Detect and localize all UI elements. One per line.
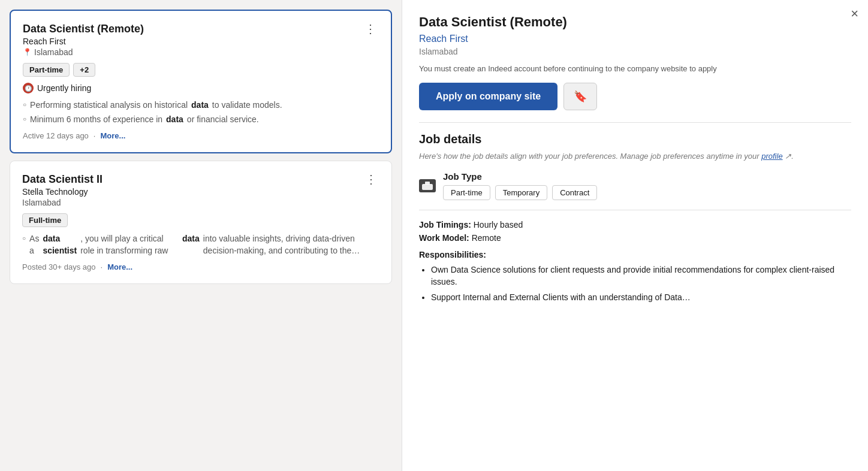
card-2-footer-time: Posted 30+ days ago: [22, 262, 96, 271]
card-2-tags: Full-time: [22, 213, 379, 227]
save-button[interactable]: 🔖: [563, 83, 597, 110]
work-model-row: Work Model: Remote: [419, 233, 851, 243]
divider-2: [419, 210, 851, 210]
card-2-bullet-1: As a data scientist, you will play a cri…: [22, 233, 379, 256]
responsibilities-list: Own Data Science solutions for client re…: [419, 264, 851, 303]
apply-row: Apply on company site 🔖: [419, 83, 851, 110]
responsibilities-title: Responsibilities:: [419, 250, 851, 259]
job-timings-label: Job Timings:: [419, 220, 471, 230]
card-1-bullet-1: Performing statistical analysis on histo…: [23, 99, 379, 111]
card-1-title-block: Data Scientist (Remote) Reach First 📍 Is…: [23, 23, 144, 63]
location-pin-icon: 📍: [23, 48, 32, 56]
card-1-header: Data Scientist (Remote) Reach First 📍 Is…: [23, 23, 379, 63]
job-type-label: Job Type: [443, 171, 597, 182]
card-2-footer-dot: ·: [101, 262, 103, 271]
card-1-company: Reach First: [23, 37, 144, 46]
subtitle-external-icon: ↗: [785, 152, 791, 161]
card-2-menu-btn[interactable]: ⋮: [363, 173, 379, 185]
job-type-icon: [419, 179, 436, 192]
detail-job-title: Data Scientist (Remote): [419, 14, 851, 30]
card-1-tags: Part-time +2: [23, 63, 379, 77]
card-1-bullets: Performing statistical analysis on histo…: [23, 99, 379, 125]
card-2-header: Data Scientist II Stella Technology Isla…: [22, 173, 379, 213]
card-1-job-title: Data Scientist (Remote): [23, 23, 144, 35]
card-2-tag-fulltime: Full-time: [22, 213, 68, 227]
job-type-row: Job Type Part-time Temporary Contract: [419, 171, 851, 200]
card-2-location: Islamabad: [22, 198, 61, 207]
divider-1: [419, 122, 851, 123]
close-button[interactable]: ×: [851, 7, 858, 20]
card-2-company: Stella Technology: [22, 187, 103, 197]
work-model-label: Work Model:: [419, 233, 469, 243]
resp-item-2: Support Internal and External Clients wi…: [431, 292, 851, 304]
card-1-tag-plus2: +2: [73, 63, 95, 77]
card-2-more-link[interactable]: More...: [107, 262, 132, 271]
card-2-location-row: Islamabad: [22, 198, 103, 207]
apply-button[interactable]: Apply on company site: [419, 83, 557, 110]
job-details-section-title: Job details: [419, 132, 851, 146]
warning-text: You must create an Indeed account before…: [419, 64, 851, 74]
card-1-footer-dot: ·: [94, 131, 96, 140]
card-1-urgent-label: Urgently hiring: [37, 83, 91, 93]
card-1-urgent-row: 🕐 Urgently hiring: [23, 83, 379, 93]
subtitle-text: Here's how the job details align with yo…: [419, 152, 760, 161]
detail-company-link[interactable]: Reach First: [419, 34, 851, 44]
job-detail-panel: × Data Scientist (Remote) Reach First Is…: [402, 0, 868, 471]
job-details-subtitle: Here's how the job details align with yo…: [419, 151, 851, 162]
job-list-panel: Data Scientist (Remote) Reach First 📍 Is…: [0, 0, 402, 471]
card-1-location-row: 📍 Islamabad: [23, 47, 144, 57]
job-type-tag-contract: Contract: [552, 185, 597, 200]
card-2-job-title: Data Scientist II: [22, 173, 103, 186]
card-1-footer-time: Active 12 days ago: [23, 131, 89, 140]
card-2-bullets: As a data scientist, you will play a cri…: [22, 233, 379, 256]
resp-item-1: Own Data Science solutions for client re…: [431, 264, 851, 288]
card-1-more-link[interactable]: More...: [100, 131, 125, 140]
urgent-clock-icon: 🕐: [23, 83, 34, 93]
job-timings-value: Hourly based: [474, 220, 523, 230]
card-1-location: Islamabad: [34, 47, 73, 57]
bookmark-icon: 🔖: [574, 90, 587, 103]
card-1-tag-parttime: Part-time: [23, 63, 70, 77]
work-model-value: Remote: [472, 233, 501, 243]
svg-rect-0: [422, 184, 433, 190]
card-1-footer: Active 12 days ago · More...: [23, 131, 379, 140]
job-timings-row: Job Timings: Hourly based: [419, 220, 851, 230]
profile-link[interactable]: profile: [761, 152, 782, 161]
card-1-bullet-2: Minimum 6 months of experience in data o…: [23, 114, 379, 126]
job-type-tag-parttime: Part-time: [443, 185, 490, 200]
job-card-1[interactable]: Data Scientist (Remote) Reach First 📍 Is…: [10, 10, 392, 153]
job-type-tags: Part-time Temporary Contract: [443, 185, 597, 200]
detail-location: Islamabad: [419, 47, 851, 56]
job-card-2[interactable]: Data Scientist II Stella Technology Isla…: [10, 161, 392, 284]
card-2-title-block: Data Scientist II Stella Technology Isla…: [22, 173, 103, 213]
job-type-tag-temporary: Temporary: [495, 185, 547, 200]
svg-rect-1: [425, 182, 430, 185]
card-2-footer: Posted 30+ days ago · More...: [22, 262, 379, 271]
job-type-content: Job Type Part-time Temporary Contract: [443, 171, 597, 200]
card-1-menu-btn[interactable]: ⋮: [362, 23, 379, 35]
